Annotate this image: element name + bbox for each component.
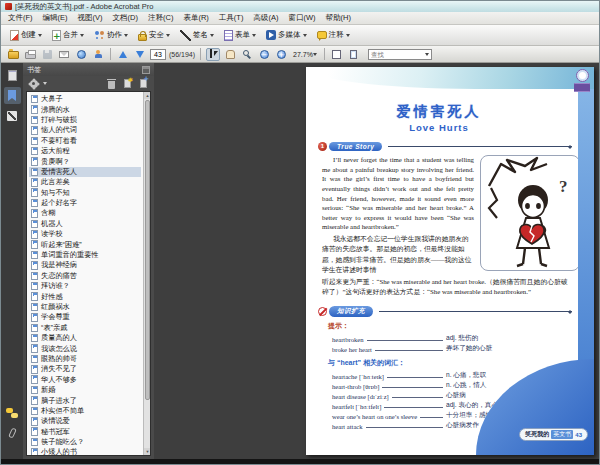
zoom-in-icon xyxy=(277,50,286,59)
document-area[interactable]: 爱情害死人 Love Hurts 1 True Story I’ll never… xyxy=(154,63,599,459)
zoom-out-button[interactable] xyxy=(257,48,271,61)
menu-item[interactable]: 高级(A) xyxy=(248,12,283,24)
bookmark-item[interactable]: 眼熟的帅哥 xyxy=(29,354,141,364)
collaborate-icon xyxy=(94,30,105,41)
bookmarks-panel: 书签 ▲ ▼ 大 xyxy=(23,63,154,459)
bookmark-item[interactable]: 贵庚啊？ xyxy=(29,156,141,166)
scrollbar-thumb[interactable] xyxy=(145,100,150,400)
bookmark-page-icon xyxy=(31,178,38,187)
pages-panel-button[interactable] xyxy=(4,67,21,84)
menu-item[interactable]: 文档(D) xyxy=(108,12,143,24)
share-button[interactable] xyxy=(91,48,105,61)
bookmark-item[interactable]: 大鼻子 xyxy=(29,94,141,104)
open-button[interactable] xyxy=(6,48,20,61)
bookmark-item[interactable]: 含糊 xyxy=(29,208,141,218)
bookmark-star-icon xyxy=(124,79,131,88)
scroll-down-arrow[interactable]: ▼ xyxy=(144,448,151,455)
bookmark-item[interactable]: 单词重音的重要性 xyxy=(29,250,141,260)
menu-item[interactable]: 编辑(E) xyxy=(38,12,73,24)
secure-button[interactable]: 安全 xyxy=(135,29,173,42)
bookmark-item[interactable]: 机器人 xyxy=(29,219,141,229)
bookmark-item[interactable]: 沸腾的水 xyxy=(29,104,141,114)
bookmark-label: 谈情说爱 xyxy=(41,416,70,426)
scroll-up-arrow[interactable]: ▲ xyxy=(144,92,151,99)
bookmark-item[interactable]: 筷子能吃么？ xyxy=(29,437,141,447)
attachments-panel-button[interactable] xyxy=(4,424,21,441)
chevron-down-icon xyxy=(425,53,429,56)
menu-item[interactable]: 文件(F) xyxy=(3,12,38,24)
bookmark-item[interactable]: 不要盯着看 xyxy=(29,136,141,146)
select-tool-button[interactable] xyxy=(206,48,220,61)
title-bar[interactable]: [笑死我的英文书].pdf - Adobe Acrobat Pro xyxy=(1,1,599,12)
bookmark-item[interactable]: 质量高的人 xyxy=(29,333,141,343)
bookmark-scrollbar[interactable]: ▲ ▼ xyxy=(143,92,150,455)
hand-tool-button[interactable] xyxy=(223,48,237,61)
bookmark-item[interactable]: 消失不见了 xyxy=(29,364,141,374)
bookmark-item[interactable]: 朴实但不简单 xyxy=(29,406,141,416)
bookmark-item[interactable]: 打碎与破损 xyxy=(29,115,141,125)
fit-page-button[interactable] xyxy=(347,48,361,61)
menu-item[interactable]: 表单(R) xyxy=(178,12,213,24)
bookmark-item[interactable]: 学会尊重 xyxy=(29,312,141,322)
bookmark-item[interactable]: 新婚 xyxy=(29,385,141,395)
forms-button[interactable]: 表单 xyxy=(221,29,259,42)
bookmark-item[interactable]: 我是神经病 xyxy=(29,260,141,270)
sign-button[interactable]: 签名 xyxy=(177,29,217,42)
bookmark-item[interactable]: 听起来“困难” xyxy=(29,239,141,249)
menu-item[interactable]: 帮助(H) xyxy=(321,12,356,24)
delete-bookmark-button[interactable] xyxy=(105,78,118,90)
bookmark-item[interactable]: 起个好名字 xyxy=(29,198,141,208)
comments-panel-button[interactable] xyxy=(4,404,21,421)
bookmark-item[interactable]: 恼人的代词 xyxy=(29,125,141,135)
chevron-down-icon xyxy=(166,34,170,37)
menu-item[interactable]: 窗口(W) xyxy=(283,12,320,24)
previous-page-button[interactable] xyxy=(116,48,130,61)
bookmark-item[interactable]: 我该怎么说 xyxy=(29,343,141,353)
new-bookmark-button[interactable] xyxy=(137,78,150,90)
comment-button[interactable]: 注释 xyxy=(314,29,353,41)
panel-options-icon[interactable] xyxy=(142,66,150,74)
story-row: I’ll never forget the time that a studen… xyxy=(322,155,572,275)
find-input[interactable] xyxy=(371,51,425,58)
bookmark-item[interactable]: 小矮人的书 xyxy=(29,447,141,456)
combine-button[interactable]: 合并 xyxy=(49,29,87,42)
upload-web-button[interactable] xyxy=(74,48,88,61)
fit-width-button[interactable] xyxy=(330,48,344,61)
bookmark-item[interactable]: 秘书冠军 xyxy=(29,427,141,437)
bookmark-item[interactable]: 拜访谁？ xyxy=(29,281,141,291)
marquee-zoom-button[interactable] xyxy=(240,48,254,61)
chevron-down-icon xyxy=(210,34,214,37)
bookmark-item[interactable]: 此言差矣 xyxy=(29,177,141,187)
page-number-input[interactable] xyxy=(150,49,166,60)
bookmark-item[interactable]: 红颜祸水 xyxy=(29,302,141,312)
bookmark-item[interactable]: 好性感 xyxy=(29,291,141,301)
bookmark-page-icon xyxy=(31,386,38,395)
bookmark-item[interactable]: 脑子进水了 xyxy=(29,395,141,405)
create-button[interactable]: 创建 xyxy=(7,29,45,42)
collaborate-button[interactable]: 协作 xyxy=(91,29,131,42)
zoom-level-dropdown[interactable]: 27.7% xyxy=(291,48,319,61)
bookmark-item[interactable]: 远大前程 xyxy=(29,146,141,156)
email-button[interactable] xyxy=(57,48,71,61)
highlight-bookmark-button[interactable] xyxy=(121,78,134,90)
next-page-button[interactable] xyxy=(133,48,147,61)
menu-item[interactable]: 注释(C) xyxy=(143,12,178,24)
zoom-in-button[interactable] xyxy=(274,48,288,61)
print-button[interactable] xyxy=(23,48,37,61)
bookmark-label: 远大前程 xyxy=(41,146,70,156)
bookmark-item[interactable]: 失恋的痛苦 xyxy=(29,271,141,281)
bookmark-item[interactable]: “表”亲戚 xyxy=(29,323,141,333)
bookmark-item[interactable]: 谈情说爱 xyxy=(29,416,141,426)
bookmark-item[interactable]: 华人不够多 xyxy=(29,375,141,385)
bookmark-options-button[interactable] xyxy=(27,78,40,90)
bookmark-item[interactable]: 爱情害死人 xyxy=(29,167,141,177)
chevron-down-icon xyxy=(43,82,47,85)
bookmarks-panel-button[interactable] xyxy=(4,87,21,104)
bookmark-item[interactable]: 读学校 xyxy=(29,229,141,239)
save-button[interactable] xyxy=(40,48,54,61)
bookmark-item[interactable]: 知与不知 xyxy=(29,188,141,198)
multimedia-button[interactable]: 多媒体 xyxy=(263,29,310,41)
menu-item[interactable]: 视图(V) xyxy=(73,12,108,24)
menu-item[interactable]: 工具(T) xyxy=(214,12,249,24)
signatures-panel-button[interactable] xyxy=(4,107,21,124)
